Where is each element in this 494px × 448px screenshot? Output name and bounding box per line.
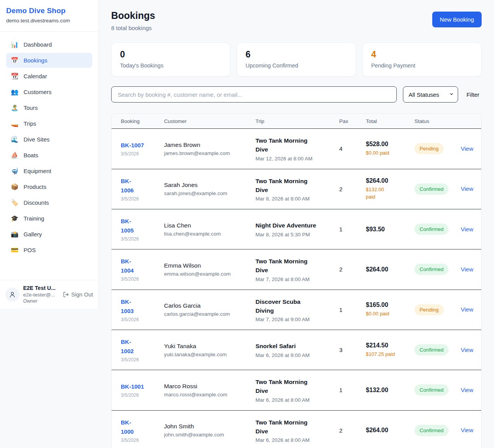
status-cell: Confirmed xyxy=(414,344,461,355)
stat-value: 4 xyxy=(371,49,473,60)
sidebar-item-tours[interactable]: 🏝️ Tours xyxy=(6,100,92,115)
booking-cell: BK- 1005 3/5/2026 xyxy=(121,217,164,242)
customer-cell: Lisa Chen lisa.chen@example.com xyxy=(164,222,255,237)
status-badge: Confirmed xyxy=(414,264,448,275)
booking-id-link[interactable]: BK- 1006 xyxy=(121,177,134,195)
sidebar-item-label: Tours xyxy=(24,104,38,111)
customer-email: marco.rossi@example.com xyxy=(164,392,252,397)
sidebar-item-label: Calendar xyxy=(24,73,47,79)
trip-cell: Two Tank Morning Dive Mar 7, 2026 at 8:0… xyxy=(255,257,339,282)
sidebar-item-label: Equipment xyxy=(24,168,51,174)
new-booking-button[interactable]: New Booking xyxy=(432,12,482,27)
view-link[interactable]: View xyxy=(461,347,473,353)
status-badge: Pending xyxy=(414,304,444,315)
column-header: Total xyxy=(366,118,414,124)
view-link[interactable]: View xyxy=(461,226,473,232)
trip-name: Discover Scuba Diving xyxy=(255,297,335,315)
sidebar-item-equipment[interactable]: 🤿 Equipment xyxy=(6,163,92,179)
search-input[interactable] xyxy=(111,86,397,103)
customer-cell: Sarah Jones sarah.jones@example.com xyxy=(164,182,255,196)
table-body: BK-1007 3/5/2026 James Brown james.brown… xyxy=(112,129,481,448)
customer-cell: Marco Rossi marco.rossi@example.com xyxy=(164,383,255,397)
total-cell: $214.50 $107.25 paid xyxy=(366,342,414,358)
booking-date: 3/5/2026 xyxy=(121,317,160,322)
filter-button[interactable]: Filter xyxy=(464,91,482,98)
customer-cell: James Brown james.brown@example.com xyxy=(164,141,255,156)
sidebar-item-trips[interactable]: 🚤 Trips xyxy=(6,116,92,131)
sidebar-item-label: POS xyxy=(24,247,36,253)
total-cell: $93.50 xyxy=(366,226,414,233)
customers-icon: 👥 xyxy=(11,88,19,96)
sidebar-item-bookings[interactable]: 📅 Bookings xyxy=(6,53,92,68)
pax-count: 2 xyxy=(339,186,366,192)
customer-name: Yuki Tanaka xyxy=(164,343,252,350)
customer-email: sarah.jones@example.com xyxy=(164,190,252,196)
view-link[interactable]: View xyxy=(461,387,473,393)
sidebar-item-dive-sites[interactable]: 🌊 Dive Sites xyxy=(6,132,92,147)
sidebar-item-label: Discounts xyxy=(24,199,49,206)
view-link[interactable]: View xyxy=(461,145,473,152)
stat-card: 0 Today's Bookings xyxy=(111,42,230,77)
sidebar-item-boats[interactable]: ⛵ Boats xyxy=(6,148,92,163)
booking-id-link[interactable]: BK- 1002 xyxy=(121,337,134,356)
sidebar-item-products[interactable]: 📦 Products xyxy=(6,179,92,194)
status-badge: Confirmed xyxy=(414,384,448,396)
user-name: E2E Test U... xyxy=(23,285,59,291)
status-badge: Confirmed xyxy=(414,425,448,436)
sidebar-item-training[interactable]: 🎓 Training xyxy=(6,211,92,226)
total-amount: $165.00 xyxy=(366,301,411,308)
customer-cell: Yuki Tanaka yuki.tanaka@example.com xyxy=(164,343,255,357)
view-link[interactable]: View xyxy=(461,266,473,273)
stat-card: 6 Upcoming Confirmed xyxy=(237,42,356,77)
sidebar-item-pos[interactable]: 💳 POS xyxy=(6,243,92,258)
avatar xyxy=(5,288,19,301)
pax-count: 1 xyxy=(339,226,366,232)
shop-name: Demo Dive Shop xyxy=(6,7,92,15)
view-link[interactable]: View xyxy=(461,427,473,433)
customer-cell: John Smith john.smith@example.com xyxy=(164,423,255,438)
table-row: BK-1007 3/5/2026 James Brown james.brown… xyxy=(112,129,481,169)
booking-id-link[interactable]: BK-1007 xyxy=(121,141,144,150)
booking-cell: BK- 1006 3/5/2026 xyxy=(121,177,164,202)
trip-time: Mar 6, 2026 at 9:00 AM xyxy=(255,352,335,358)
sidebar-item-calendar[interactable]: 📆 Calendar xyxy=(6,69,92,84)
booking-date: 3/5/2026 xyxy=(121,357,160,362)
trip-name: Two Tank Morning Dive xyxy=(255,177,335,195)
trip-time: Mar 6, 2026 at 8:00 AM xyxy=(255,437,335,443)
table-row: BK- 1005 3/5/2026 Lisa Chen lisa.chen@ex… xyxy=(112,209,481,249)
booking-date: 3/5/2026 xyxy=(121,236,160,242)
tours-icon: 🏝️ xyxy=(11,104,19,111)
status-select[interactable]: All Statuses xyxy=(403,86,458,103)
trip-name: Two Tank Morning Dive xyxy=(255,136,335,154)
booking-cell: BK- 1003 3/5/2026 xyxy=(121,297,164,322)
pax-count: 2 xyxy=(339,266,366,273)
trip-time: Mar 8, 2026 at 8:00 AM xyxy=(255,196,335,202)
customer-cell: Carlos Garcia carlos.garcia@example.com xyxy=(164,302,255,317)
bookings-icon: 📅 xyxy=(11,57,19,64)
action-cell: View xyxy=(461,347,477,354)
view-link[interactable]: View xyxy=(461,185,473,192)
status-badge: Confirmed xyxy=(414,344,448,355)
booking-id-link[interactable]: BK-1001 xyxy=(121,382,144,391)
customer-name: James Brown xyxy=(164,141,252,148)
booking-id-link[interactable]: BK- 1005 xyxy=(121,217,134,235)
stat-label: Today's Bookings xyxy=(120,62,222,69)
view-link[interactable]: View xyxy=(461,306,473,313)
total-cell: $528.00 $0.00 paid xyxy=(366,141,414,157)
sidebar-item-dashboard[interactable]: 📊 Dashboard xyxy=(6,37,92,52)
sign-out-button[interactable]: Sign Out xyxy=(63,291,93,298)
sidebar-item-discounts[interactable]: 🏷️ Discounts xyxy=(6,195,92,210)
booking-id-link[interactable]: BK- 1004 xyxy=(121,257,134,275)
total-amount: $93.50 xyxy=(366,226,411,233)
sidebar-item-customers[interactable]: 👥 Customers xyxy=(6,84,92,99)
booking-id-link[interactable]: BK- 1003 xyxy=(121,297,134,316)
sidebar-item-label: Products xyxy=(24,184,46,190)
status-badge: Pending xyxy=(414,143,444,154)
sidebar-item-label: Boats xyxy=(24,152,38,158)
trip-cell: Two Tank Morning Dive Mar 8, 2026 at 8:0… xyxy=(255,177,339,202)
booking-id-link[interactable]: BK- 1000 xyxy=(121,418,134,436)
customer-name: Sarah Jones xyxy=(164,182,252,189)
pax-count: 4 xyxy=(339,145,366,152)
shop-domain: demo.test.divestreams.com xyxy=(6,18,92,24)
sidebar-item-gallery[interactable]: 📸 Gallery xyxy=(6,227,92,242)
